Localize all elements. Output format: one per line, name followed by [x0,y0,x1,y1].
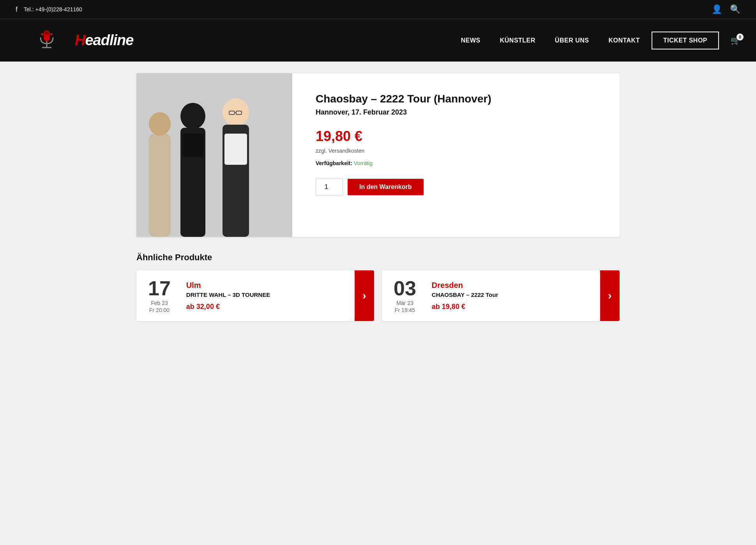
event-info-1: Dresden CHAOSBAY – 2222 Tour ab 19,80 € [428,270,600,321]
quantity-input[interactable] [316,178,343,196]
logo-area[interactable]: Headline [16,25,133,56]
event-day-1: 03 [394,278,416,298]
product-subtitle: Hannover, 17. Februar 2023 [316,108,596,116]
product-price: 19,80 € [316,128,596,145]
band-illustration [136,73,292,237]
nav-kuenstler[interactable]: KÜNSTLER [500,37,535,44]
similar-grid: 17 Feb 23 Fr 20:00 Ulm DRITTE WAHL – 3D … [136,270,620,321]
similar-section-title: Ähnliche Produkte [136,252,620,263]
nav-links: NEWS KÜNSTLER ÜBER UNS KONTAKT [461,37,640,44]
product-image [136,73,292,237]
add-to-cart-row: In den Warenkorb [316,178,596,196]
event-time-0: Fr 20:00 [149,307,170,313]
svg-rect-11 [182,134,203,157]
add-to-cart-button[interactable]: In den Warenkorb [348,179,424,195]
svg-point-4 [41,33,43,35]
svg-point-9 [180,103,205,129]
event-month-year-0: Feb 23 [151,300,168,306]
event-price-0: ab 32,00 € [186,303,347,311]
top-bar: f Tel.: +49-(0)228-421160 👤 🔍 [0,0,756,19]
event-name-0: DRITTE WAHL – 3D TOURNEE [186,291,347,298]
event-arrow-0[interactable]: › [355,270,374,321]
availability-value: Vorrätig [354,160,373,166]
svg-point-7 [149,112,171,136]
event-card-0: 17 Feb 23 Fr 20:00 Ulm DRITTE WAHL – 3D … [136,270,374,321]
event-info-0: Ulm DRITTE WAHL – 3D TOURNEE ab 32,00 € [182,270,355,321]
user-icon[interactable]: 👤 [712,4,722,14]
availability: Verfügbarkeit: Vorrätig [316,160,596,166]
top-bar-right: 👤 🔍 [712,4,740,14]
event-arrow-1[interactable]: › [600,270,620,321]
search-icon[interactable]: 🔍 [730,4,740,14]
main-nav: Headline NEWS KÜNSTLER ÜBER UNS KONTAKT … [0,19,756,62]
top-bar-left: f Tel.: +49-(0)228-421160 [16,5,82,14]
facebook-icon[interactable]: f [16,5,18,14]
event-day-0: 17 [148,278,171,298]
nav-kontakt[interactable]: KONTAKT [608,37,640,44]
event-date-1: 03 Mär 23 Fr 19:45 [382,270,428,321]
event-date-0: 17 Feb 23 Fr 20:00 [136,270,182,321]
nav-news[interactable]: NEWS [461,37,480,44]
availability-label: Verfügbarkeit: [316,160,352,166]
shipping-note: zzgl. Versandkosten [316,148,596,154]
event-time-1: Fr 19:45 [395,307,415,313]
nav-ueber-uns[interactable]: ÜBER UNS [555,37,589,44]
product-details: Chaosbay – 2222 Tour (Hannover) Hannover… [292,73,620,237]
logo-text: Headline [75,32,133,49]
cart-badge: 0 [737,34,744,41]
phone-number: Tel.: +49-(0)228-421160 [24,6,82,12]
svg-rect-1 [44,31,49,34]
event-city-1: Dresden [432,281,592,290]
product-card: Chaosbay – 2222 Tour (Hannover) Hannover… [136,73,620,237]
event-month-year-1: Mär 23 [396,300,413,306]
logo-box [16,25,78,56]
event-name-1: CHAOSBAY – 2222 Tour [432,291,592,298]
event-price-1: ab 19,80 € [432,303,592,311]
event-city-0: Ulm [186,281,347,290]
event-card-1: 03 Mär 23 Fr 19:45 Dresden CHAOSBAY – 22… [382,270,620,321]
svg-rect-14 [224,134,247,165]
cart-icon[interactable]: 🛒 0 [731,36,740,45]
main-content: Chaosbay – 2222 Tour (Hannover) Hannover… [125,73,631,321]
chevron-right-icon-1: › [608,289,611,302]
logo-mic-icon [37,29,57,52]
svg-point-5 [50,33,53,35]
product-title: Chaosbay – 2222 Tour (Hannover) [316,93,596,105]
ticket-shop-button[interactable]: TICKET SHOP [652,32,719,49]
chevron-right-icon-0: › [362,289,366,302]
svg-rect-8 [149,134,171,237]
band-photo [136,73,292,237]
